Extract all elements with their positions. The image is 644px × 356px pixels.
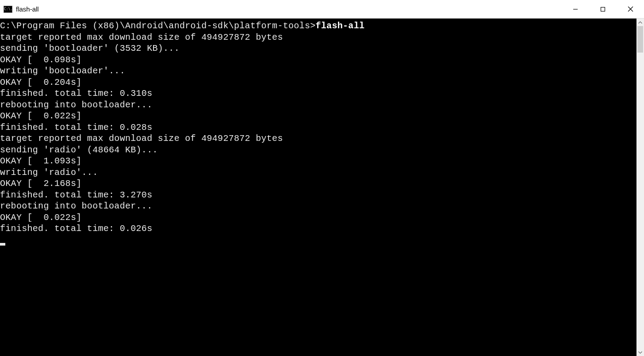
scrollbar-track[interactable] [636,26,644,348]
output-line: OKAY [ 2.168s] [0,178,82,189]
output-line: OKAY [ 0.022s] [0,111,82,121]
output-line: target reported max download size of 494… [0,32,283,42]
output-line: finished. total time: 0.026s [0,223,152,234]
maximize-button[interactable] [589,0,617,18]
cursor [0,243,5,246]
prompt-path: C:\Program Files (x86)\Android\android-s… [0,21,316,31]
output-line: OKAY [ 0.204s] [0,77,82,87]
titlebar-left: C:\. flash-all [0,5,39,13]
scroll-down-arrow-icon[interactable] [636,348,644,356]
terminal-output[interactable]: C:\Program Files (x86)\Android\android-s… [0,19,636,356]
output-line: sending 'bootloader' (3532 KB)... [0,43,180,53]
output-line: writing 'radio'... [0,167,98,178]
output-line: finished. total time: 0.028s [0,122,152,133]
svg-rect-1 [601,7,605,11]
window-title: flash-all [16,5,39,13]
close-button[interactable] [617,0,644,18]
vertical-scrollbar[interactable] [636,19,644,356]
output-line: rebooting into bootloader... [0,201,152,211]
scroll-up-arrow-icon[interactable] [636,19,644,26]
console-icon: C:\. [4,6,12,13]
output-line: finished. total time: 0.310s [0,88,152,98]
output-line: OKAY [ 0.098s] [0,55,82,65]
console-window: C:\. flash-all C:\Program Fi [0,0,644,356]
maximize-icon [600,7,606,12]
output-line: OKAY [ 1.093s] [0,156,82,166]
typed-command: flash-all [316,21,365,31]
output-line: rebooting into bootloader... [0,100,152,110]
output-line: finished. total time: 3.270s [0,190,152,200]
scrollbar-thumb[interactable] [637,26,643,53]
minimize-button[interactable] [562,0,589,18]
output-line: OKAY [ 0.022s] [0,212,82,223]
output-line: target reported max download size of 494… [0,133,283,144]
close-icon [628,6,633,12]
output-line: sending 'radio' (48664 KB)... [0,145,158,155]
titlebar-buttons [562,0,644,18]
output-line: writing 'bootloader'... [0,66,125,76]
minimize-icon [573,7,578,12]
client-area: C:\Program Files (x86)\Android\android-s… [0,19,644,356]
titlebar[interactable]: C:\. flash-all [0,0,644,19]
